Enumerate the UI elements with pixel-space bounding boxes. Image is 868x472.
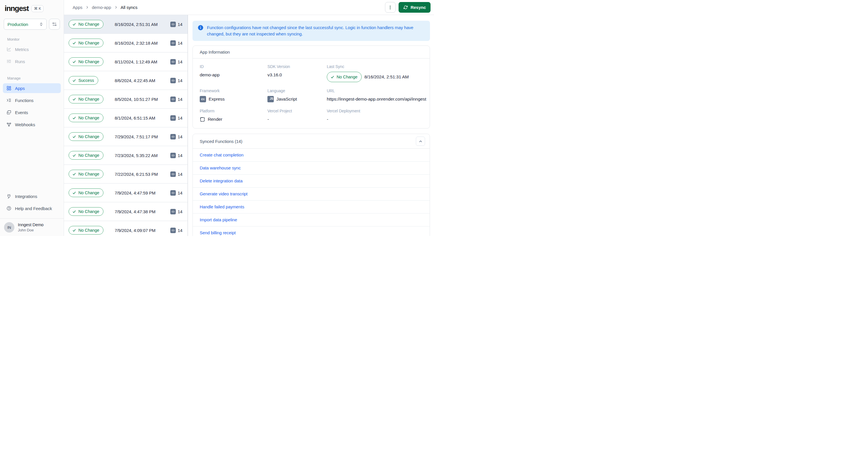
function-list-item[interactable]: Data warehouse sync: [193, 162, 430, 175]
sidebar-item-label: Integrations: [15, 194, 37, 199]
field-value: Render: [200, 116, 268, 123]
breadcrumb-apps[interactable]: Apps: [73, 5, 83, 10]
info-banner: Function configurations have not changed…: [192, 21, 430, 41]
sync-list-item[interactable]: No Change 7/9/2024, 4:09:07 PM 14: [64, 221, 188, 236]
environment-settings-button[interactable]: [49, 19, 60, 30]
inngest-logo: inngest: [5, 4, 29, 13]
function-link[interactable]: Data warehouse sync: [200, 165, 241, 170]
sync-list-item[interactable]: Success 8/6/2024, 4:22:45 AM 14: [64, 71, 188, 90]
function-list-item[interactable]: Handle failed payments: [193, 200, 430, 214]
sidebar-item-functions[interactable]: Functions: [3, 95, 61, 105]
app-information-title: App Information: [200, 50, 230, 55]
sidebar-item-metrics[interactable]: Metrics: [3, 44, 61, 54]
help-circle-icon: [6, 206, 11, 211]
function-list-item[interactable]: Delete integration data: [193, 175, 430, 188]
check-icon: [72, 60, 76, 64]
code-brackets-icon: [170, 78, 176, 83]
sidebar-item-label: Webhooks: [15, 122, 35, 127]
sync-status-label: No Change: [79, 22, 99, 27]
more-options-button[interactable]: [385, 2, 396, 13]
field-vercel-project: Vercel Project -: [268, 108, 327, 123]
sidebar-item-apps[interactable]: Apps: [3, 83, 61, 93]
function-list-item[interactable]: Send billing receipt: [193, 226, 430, 236]
sync-count-value: 14: [178, 153, 183, 158]
sync-list-item[interactable]: No Change 8/11/2024, 1:12:49 AM 14: [64, 53, 188, 71]
sync-timestamp: 7/29/2024, 7:51:17 PM: [115, 134, 158, 139]
resync-button[interactable]: Resync: [399, 2, 431, 13]
sync-list-item[interactable]: No Change 8/16/2024, 2:32:18 AM 14: [64, 34, 188, 53]
field-value: v3.16.0: [268, 72, 327, 78]
sync-count-value: 14: [178, 134, 183, 139]
function-link[interactable]: Create chat completion: [200, 152, 244, 157]
collapse-button[interactable]: [416, 136, 425, 146]
function-link[interactable]: Generate video transcript: [200, 191, 248, 196]
sync-list-item[interactable]: No Change 7/9/2024, 4:47:38 PM 14: [64, 202, 188, 221]
sidebar-item-integrations[interactable]: Integrations: [3, 191, 61, 201]
sidebar-item-label: Help and Feedback: [15, 206, 52, 211]
sliders-icon: [52, 22, 57, 27]
sync-count-value: 14: [178, 41, 183, 45]
environment-row: Production: [0, 16, 64, 30]
function-link[interactable]: Delete integration data: [200, 178, 243, 183]
sync-list-item[interactable]: No Change 7/29/2024, 7:51:17 PM 14: [64, 127, 188, 146]
sync-list-item[interactable]: No Change 8/5/2024, 10:51:27 PM 14: [64, 90, 188, 108]
sidebar-item-runs[interactable]: Runs: [3, 57, 61, 66]
environment-selector[interactable]: Production: [4, 19, 47, 30]
sidebar-item-webhooks[interactable]: Webhooks: [3, 120, 61, 129]
field-url: URL https://inngest-demo-app.onrender.co…: [327, 89, 426, 102]
code-brackets-icon: [170, 209, 176, 214]
sidebar-item-events[interactable]: Events: [3, 107, 61, 117]
sync-function-count: 14: [170, 115, 183, 121]
sync-status-label: No Change: [79, 97, 99, 101]
function-list-item[interactable]: Create chat completion: [193, 149, 430, 162]
functions-icon: [6, 98, 11, 103]
sync-list-item[interactable]: No Change 7/22/2024, 6:21:53 PM 14: [64, 165, 188, 184]
sidebar-item-help-and-feedback[interactable]: Help and Feedback: [3, 203, 61, 213]
nav-section-monitor: Monitor: [0, 37, 64, 41]
breadcrumb-all-syncs: All syncs: [121, 5, 137, 10]
app-url-value: https://inngest-demo-app.onrender.com/ap…: [327, 96, 426, 102]
sync-list-item[interactable]: No Change 8/1/2024, 6:51:15 AM 14: [64, 108, 188, 127]
code-brackets-icon: [170, 40, 176, 46]
sync-status-label: No Change: [79, 228, 99, 232]
sync-function-count: 14: [170, 153, 183, 158]
sync-timestamp: 7/22/2024, 6:21:53 PM: [115, 172, 158, 177]
sync-status-badge: No Change: [69, 151, 103, 160]
function-list-item[interactable]: Import data pipeline: [193, 214, 430, 226]
last-sync-status-label: No Change: [337, 74, 358, 80]
check-icon: [72, 210, 76, 214]
sync-status-label: No Change: [79, 153, 99, 158]
user-profile[interactable]: IN Inngest Demo John Doe: [0, 219, 64, 236]
sync-list-item[interactable]: No Change 7/9/2024, 4:47:59 PM 14: [64, 184, 188, 202]
field-value: No Change 8/16/2024, 2:51:31 AM: [327, 72, 426, 82]
field-framework: Framework ex Express: [200, 89, 268, 102]
check-icon: [72, 172, 76, 176]
sidebar-item-label: Events: [15, 110, 28, 115]
field-label: Vercel Deployment: [327, 108, 426, 113]
function-link[interactable]: Import data pipeline: [200, 217, 237, 222]
sync-status-badge: No Change: [69, 188, 103, 197]
sync-function-count: 14: [170, 78, 183, 83]
metrics-icon: [6, 47, 11, 52]
sync-timestamp: 7/23/2024, 5:35:22 AM: [115, 153, 158, 158]
sync-list-item[interactable]: No Change 7/23/2024, 5:35:22 AM 14: [64, 146, 188, 165]
express-icon: ex: [200, 96, 206, 102]
sync-status-label: No Change: [79, 134, 99, 139]
sync-timestamp: 7/9/2024, 4:47:59 PM: [115, 190, 155, 195]
content-row: No Change 8/16/2024, 2:51:31 AM 14: [64, 15, 434, 236]
check-icon: [331, 75, 334, 79]
main-content: Function configurations have not changed…: [188, 15, 434, 236]
code-brackets-icon: [170, 22, 176, 27]
field-value: JS JavaScript: [268, 96, 327, 102]
function-link[interactable]: Handle failed payments: [200, 204, 244, 209]
sync-function-count: 14: [170, 209, 183, 214]
field-label: ID: [200, 64, 268, 69]
function-list-item[interactable]: Generate video transcript: [193, 188, 430, 200]
sync-status-badge: No Change: [69, 226, 103, 234]
function-link[interactable]: Send billing receipt: [200, 230, 236, 235]
code-brackets-icon: [170, 228, 176, 233]
command-k-shortcut[interactable]: ⌘ K: [31, 5, 43, 12]
breadcrumb-demo-app[interactable]: demo-app: [92, 5, 111, 10]
field-platform: Platform Render: [200, 108, 268, 123]
sync-list-item[interactable]: No Change 8/16/2024, 2:51:31 AM 14: [64, 15, 188, 34]
